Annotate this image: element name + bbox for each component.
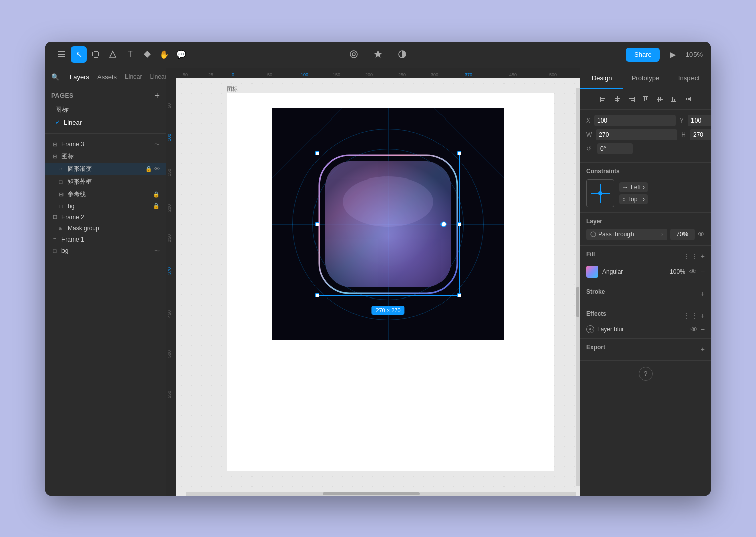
icon-svg — [315, 151, 461, 297]
remove-effect-icon[interactable]: − — [701, 325, 705, 333]
frame-label: 图标 — [227, 85, 238, 93]
layer-frame1[interactable]: ≡ Frame 1 — [45, 234, 166, 245]
tab-layers[interactable]: Layers — [70, 72, 89, 82]
frame-tool-button[interactable] — [88, 46, 104, 63]
align-h-centers[interactable] — [611, 93, 623, 105]
fill-options-icon[interactable]: ⋮⋮ — [683, 252, 698, 260]
share-button[interactable]: Share — [626, 48, 660, 62]
canvas-content[interactable]: 图标 — [176, 78, 580, 496]
effects-options-icon[interactable]: ⋮⋮ — [683, 312, 698, 320]
layer-eye-icon[interactable]: 👁 — [698, 230, 705, 238]
svg-rect-22 — [644, 97, 645, 101]
text-tool-button[interactable]: T — [122, 46, 138, 63]
fill-type-label[interactable]: Angular — [602, 268, 666, 275]
horizontal-scrollbar[interactable] — [186, 492, 576, 496]
frame3-wave: 〜 — [154, 141, 160, 148]
vertical-ruler: 50 100 150 200 250 370 450 500 550 — [166, 78, 176, 496]
tool-group-main: ↖ T ✋ 💬 — [53, 46, 190, 63]
y-input[interactable] — [688, 115, 711, 126]
add-export-icon[interactable]: + — [701, 345, 705, 353]
page-item-icon[interactable]: 图标 — [51, 103, 160, 116]
guides-lock-icon: 🔒 — [153, 191, 160, 198]
add-effect-icon[interactable]: + — [701, 312, 705, 320]
components-icon-button[interactable] — [346, 46, 362, 63]
layer-guides[interactable]: ⊞ 参考线 🔒 — [45, 188, 166, 201]
h-constraint-select[interactable]: ↔ Left › — [619, 182, 648, 192]
help-button[interactable]: ? — [639, 367, 653, 381]
comment-tool-button[interactable]: 💬 — [173, 46, 190, 63]
angle-input[interactable] — [597, 143, 633, 154]
tab-design[interactable]: Design — [580, 68, 623, 89]
scrollbar-thumb[interactable] — [576, 287, 579, 317]
vertical-scrollbar[interactable] — [576, 88, 580, 486]
page-check-icon: ✓ — [55, 118, 60, 126]
bg2-label: bg — [61, 247, 151, 254]
svg-rect-27 — [671, 101, 676, 102]
eye-action-icon[interactable]: 👁 — [154, 166, 160, 172]
guides-label: 参考线 — [68, 190, 150, 199]
effect-row: Layer blur 👁 − — [586, 325, 705, 333]
svg-point-34 — [591, 232, 596, 237]
h-scrollbar-thumb[interactable] — [323, 492, 420, 495]
hand-tool-button[interactable]: ✋ — [156, 46, 172, 63]
x-input[interactable] — [594, 115, 676, 126]
svg-rect-33 — [690, 97, 691, 101]
select-tool-button[interactable]: ↖ — [71, 46, 87, 63]
align-top-edges[interactable] — [640, 93, 652, 105]
h-input[interactable] — [690, 129, 711, 140]
main-area: 🔍 Layers Assets Linear Linear Pages + 图标… — [45, 68, 711, 496]
layer-frame3[interactable]: ⊞ Frame 3 〜 — [45, 139, 166, 150]
effects-header: Effects ⋮⋮ + — [586, 310, 705, 321]
distribute-h[interactable] — [682, 93, 694, 105]
align-bottom-edges[interactable] — [668, 93, 680, 105]
lock-action-icon[interactable]: 🔒 — [145, 166, 152, 172]
component-tool-button[interactable] — [139, 46, 155, 63]
assets-icon-button[interactable] — [370, 46, 386, 63]
remove-fill-icon[interactable]: − — [701, 268, 705, 276]
search-icon[interactable]: 🔍 — [51, 73, 59, 81]
page-item-linear[interactable]: ✓ Linear — [51, 116, 160, 128]
layer-mask-group[interactable]: ⊞ Mask group — [45, 223, 166, 234]
zoom-display[interactable]: 105% — [686, 51, 703, 58]
play-button[interactable]: ▶ — [665, 46, 681, 63]
svg-rect-20 — [631, 100, 634, 101]
menu-button[interactable] — [53, 46, 70, 63]
bg1-icon: □ — [57, 203, 65, 209]
effect-name-label[interactable]: Layer blur — [597, 326, 687, 333]
align-v-centers[interactable] — [654, 93, 666, 105]
add-page-button[interactable]: + — [154, 91, 160, 100]
add-stroke-icon[interactable]: + — [701, 290, 705, 298]
add-fill-icon[interactable]: + — [701, 252, 705, 260]
design-frame[interactable]: 270 × 270 — [272, 108, 504, 340]
effect-eye-icon[interactable]: 👁 — [690, 325, 698, 333]
w-input[interactable] — [596, 129, 677, 140]
toolbar-right: Share ▶ 105% — [369, 46, 703, 63]
bg1-label: bg — [68, 203, 150, 210]
layer-icon-group[interactable]: ⊞ 图标 — [45, 150, 166, 163]
fill-color-preview[interactable] — [586, 266, 598, 278]
layer-frame2[interactable]: ⊞ Frame 2 — [45, 212, 166, 223]
fill-eye-icon[interactable]: 👁 — [689, 268, 697, 276]
blend-mode-select[interactable]: Pass through › — [586, 229, 667, 240]
fill-section: Fill ⋮⋮ + Angular 100% 👁 − — [580, 246, 711, 283]
shape-tool-button[interactable] — [105, 46, 121, 63]
tab-assets[interactable]: Assets — [97, 72, 117, 82]
layer-circle-grad[interactable]: ○ 圆形渐变 🔒 👁 — [45, 163, 166, 175]
layer-bg1[interactable]: □ bg 🔒 — [45, 201, 166, 212]
layer-bg2[interactable]: □ bg 〜 — [45, 245, 166, 257]
align-left-edges[interactable] — [597, 93, 609, 105]
layer-rect-frame[interactable]: □ 矩形外框 — [45, 175, 166, 188]
tab-inspect[interactable]: Inspect — [667, 68, 711, 89]
layer-title: Layer — [586, 218, 705, 225]
angle-row: ↺ — [586, 143, 705, 154]
canvas-area[interactable]: -50 -25 0 50 100 150 200 250 300 370 450… — [166, 68, 580, 496]
v-constraint-select[interactable]: ↕ Top › — [619, 194, 648, 204]
align-right-edges[interactable] — [625, 93, 638, 105]
svg-rect-14 — [601, 100, 604, 101]
svg-rect-12 — [600, 97, 601, 102]
contrast-icon-button[interactable] — [394, 46, 410, 63]
opacity-input[interactable] — [670, 229, 695, 240]
svg-rect-28 — [672, 97, 673, 101]
tab-prototype[interactable]: Prototype — [623, 68, 667, 89]
breadcrumb[interactable]: Linear — [125, 73, 142, 80]
